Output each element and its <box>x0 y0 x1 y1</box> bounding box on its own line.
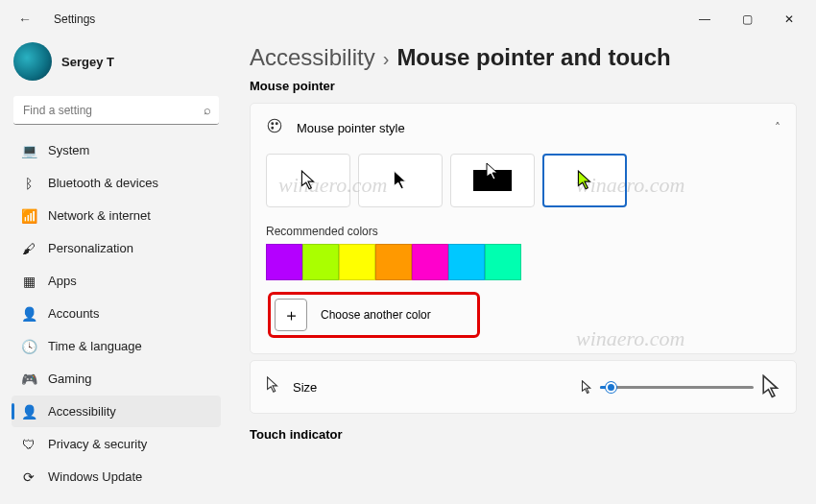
sidebar-item-windows-update[interactable]: ⟳Windows Update <box>12 461 221 492</box>
section-touch-indicator: Touch indicator <box>250 427 797 442</box>
avatar <box>13 42 52 81</box>
style-inverted[interactable] <box>450 154 535 207</box>
search-input[interactable] <box>13 96 219 125</box>
color-swatch[interactable] <box>412 244 448 280</box>
sidebar-item-label: Bluetooth & devices <box>48 176 158 190</box>
section-mouse-pointer: Mouse pointer <box>250 79 797 93</box>
nav-icon: 👤 <box>21 306 36 322</box>
sidebar-item-gaming[interactable]: 🎮Gaming <box>12 363 221 395</box>
svg-point-3 <box>272 127 274 129</box>
user-name: Sergey T <box>61 55 114 69</box>
sidebar-item-label: System <box>48 143 89 157</box>
nav-icon: 🛡 <box>21 437 36 452</box>
color-swatches <box>266 244 780 280</box>
sidebar-item-system[interactable]: 💻System <box>12 134 221 166</box>
nav-list: 💻SystemᛒBluetooth & devices📶Network & in… <box>12 134 221 492</box>
minimize-button[interactable]: — <box>684 5 726 34</box>
nav-icon: 💻 <box>21 143 36 158</box>
user-block[interactable]: Sergey T <box>12 38 221 94</box>
nav-icon: 🕓 <box>21 339 36 354</box>
style-black[interactable] <box>358 154 443 207</box>
recommended-colors-label: Recommended colors <box>266 225 780 238</box>
sidebar-item-network-internet[interactable]: 📶Network & internet <box>12 200 221 231</box>
slider-thumb[interactable] <box>606 382 616 393</box>
close-button[interactable]: ✕ <box>768 5 810 34</box>
sidebar-item-bluetooth-devices[interactable]: ᛒBluetooth & devices <box>12 167 221 199</box>
sidebar-item-time-language[interactable]: 🕓Time & language <box>12 330 221 362</box>
sidebar-item-label: Network & internet <box>48 208 151 223</box>
color-swatch[interactable] <box>375 244 412 280</box>
sidebar-item-accounts[interactable]: 👤Accounts <box>12 298 221 329</box>
sidebar-item-label: Accessibility <box>48 404 116 419</box>
svg-point-1 <box>272 123 274 125</box>
nav-icon: 📶 <box>21 208 36 224</box>
sidebar-item-label: Gaming <box>48 372 92 386</box>
nav-icon: ⟳ <box>21 469 36 485</box>
cursor-icon <box>266 376 279 397</box>
style-custom-color[interactable] <box>542 154 627 207</box>
chevron-right-icon: › <box>383 48 390 70</box>
nav-icon: 👤 <box>21 404 36 420</box>
breadcrumb: Accessibility › Mouse pointer and touch <box>250 44 797 71</box>
size-label: Size <box>293 380 317 395</box>
window-controls: — ▢ ✕ <box>684 5 810 34</box>
sidebar-item-label: Privacy & security <box>48 437 147 451</box>
cursor-small-icon <box>581 380 592 395</box>
chevron-up-icon: ˄ <box>775 121 780 134</box>
breadcrumb-current: Mouse pointer and touch <box>396 44 670 71</box>
nav-icon: 🎮 <box>21 372 36 387</box>
sidebar-item-apps[interactable]: ▦Apps <box>12 265 221 297</box>
color-swatch[interactable] <box>339 244 375 280</box>
maximize-button[interactable]: ▢ <box>726 5 768 34</box>
style-white[interactable] <box>266 154 350 207</box>
color-swatch[interactable] <box>485 244 521 280</box>
svg-point-2 <box>276 123 277 125</box>
nav-icon: ▦ <box>21 274 36 289</box>
nav-icon: ᛒ <box>21 176 36 191</box>
pointer-style-options <box>266 154 780 207</box>
color-swatch[interactable] <box>302 244 339 280</box>
app-title: Settings <box>54 12 95 26</box>
palette-icon <box>266 117 283 138</box>
choose-another-label: Choose another color <box>321 308 431 322</box>
search-box: ⌕ <box>13 96 219 125</box>
sidebar-item-label: Apps <box>48 274 77 288</box>
color-swatch[interactable] <box>266 244 302 280</box>
pointer-style-header[interactable]: Mouse pointer style ˄ <box>266 117 780 138</box>
pointer-style-card: Mouse pointer style ˄ <box>250 103 797 354</box>
sidebar-item-label: Windows Update <box>48 469 142 484</box>
cursor-large-icon <box>761 374 780 399</box>
sidebar-item-privacy-security[interactable]: 🛡Privacy & security <box>12 428 221 460</box>
breadcrumb-parent[interactable]: Accessibility <box>250 44 375 71</box>
sidebar-item-personalization[interactable]: 🖌Personalization <box>12 232 221 264</box>
back-button[interactable]: ← <box>12 6 38 33</box>
main-content[interactable]: Accessibility › Mouse pointer and touch … <box>230 38 816 504</box>
titlebar: ← Settings — ▢ ✕ <box>0 0 816 38</box>
sidebar-item-label: Time & language <box>48 339 142 353</box>
choose-another-callout: ＋ Choose another color <box>268 292 480 338</box>
search-icon: ⌕ <box>204 103 211 117</box>
sidebar: Sergey T ⌕ 💻SystemᛒBluetooth & devices📶N… <box>0 38 230 504</box>
size-slider[interactable] <box>600 386 754 389</box>
sidebar-item-label: Personalization <box>48 241 133 255</box>
sidebar-item-label: Accounts <box>48 306 99 321</box>
pointer-size-card: Size <box>250 360 797 414</box>
svg-point-0 <box>268 119 281 132</box>
choose-another-color-button[interactable]: ＋ <box>275 299 307 331</box>
nav-icon: 🖌 <box>21 241 36 256</box>
pointer-style-label: Mouse pointer style <box>297 121 405 135</box>
color-swatch[interactable] <box>448 244 485 280</box>
sidebar-item-accessibility[interactable]: 👤Accessibility <box>12 396 221 427</box>
